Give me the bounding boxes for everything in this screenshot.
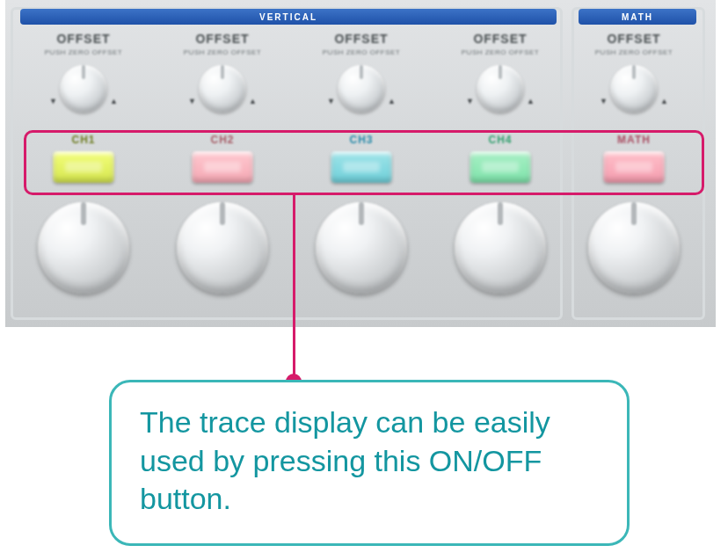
section-bar-math: MATH xyxy=(579,9,696,25)
ch3-label: CH3 xyxy=(295,134,427,146)
math-button[interactable] xyxy=(603,151,665,183)
arrow-up-icon: ▲ xyxy=(660,97,668,105)
scale-knob-ch2[interactable] xyxy=(177,202,268,294)
ch4-button[interactable] xyxy=(470,151,531,183)
arrow-down-icon: ▼ xyxy=(466,97,474,105)
offset-sub-ch1: PUSH ZERO OFFSET xyxy=(18,48,149,56)
column-ch3: OFFSET PUSH ZERO OFFSET ▼▲ CH3 xyxy=(295,26,427,294)
offset-label-ch2: OFFSET xyxy=(157,32,288,46)
ch1-button[interactable] xyxy=(53,151,114,183)
section-label-math: MATH xyxy=(622,12,653,22)
ch3-button[interactable] xyxy=(331,151,392,183)
column-math: OFFSET PUSH ZERO OFFSET ▼▲ MATH xyxy=(568,26,700,294)
offset-sub-ch4: PUSH ZERO OFFSET xyxy=(434,48,566,56)
offset-label-ch4: OFFSET xyxy=(434,32,566,46)
callout-bubble: The trace display can be easily used by … xyxy=(109,380,630,546)
scale-knob-math[interactable] xyxy=(588,202,680,294)
offset-sub-ch2: PUSH ZERO OFFSET xyxy=(157,48,288,56)
ch2-label: CH2 xyxy=(157,134,288,146)
column-ch2: OFFSET PUSH ZERO OFFSET ▼▲ CH2 xyxy=(157,26,288,294)
offset-sub-ch3: PUSH ZERO OFFSET xyxy=(295,48,427,56)
column-ch4: OFFSET PUSH ZERO OFFSET ▼▲ CH4 xyxy=(434,26,566,294)
arrow-down-icon: ▼ xyxy=(188,97,196,105)
scale-knob-ch4[interactable] xyxy=(455,202,546,294)
arrow-down-icon: ▼ xyxy=(327,97,335,105)
scale-knob-ch3[interactable] xyxy=(316,202,407,294)
scale-knob-ch1[interactable] xyxy=(38,202,129,294)
instrument-panel-photo: VERTICAL MATH OFFSET PUSH ZERO OFFSET ▼▲… xyxy=(5,0,716,327)
offset-label-ch3: OFFSET xyxy=(295,32,427,46)
section-bar-vertical: VERTICAL xyxy=(20,9,557,25)
arrow-up-icon: ▲ xyxy=(249,97,257,105)
ch4-label: CH4 xyxy=(434,134,566,146)
section-label-vertical: VERTICAL xyxy=(259,12,317,22)
arrow-down-icon: ▼ xyxy=(49,97,57,105)
arrow-up-icon: ▲ xyxy=(110,97,118,105)
ch1-label: CH1 xyxy=(18,134,149,146)
callout-leader-line xyxy=(293,195,295,380)
offset-label-ch1: OFFSET xyxy=(18,32,149,46)
arrow-down-icon: ▼ xyxy=(600,97,608,105)
math-label: MATH xyxy=(568,134,700,146)
column-ch1: OFFSET PUSH ZERO OFFSET ▼▲ CH1 xyxy=(18,26,149,294)
offset-label-math: OFFSET xyxy=(568,32,700,46)
figure-stage: VERTICAL MATH OFFSET PUSH ZERO OFFSET ▼▲… xyxy=(0,0,728,560)
arrow-up-icon: ▲ xyxy=(527,97,535,105)
ch2-button[interactable] xyxy=(192,151,253,183)
offset-sub-math: PUSH ZERO OFFSET xyxy=(568,48,700,56)
arrow-up-icon: ▲ xyxy=(388,97,396,105)
callout-text: The trace display can be easily used by … xyxy=(140,404,599,519)
